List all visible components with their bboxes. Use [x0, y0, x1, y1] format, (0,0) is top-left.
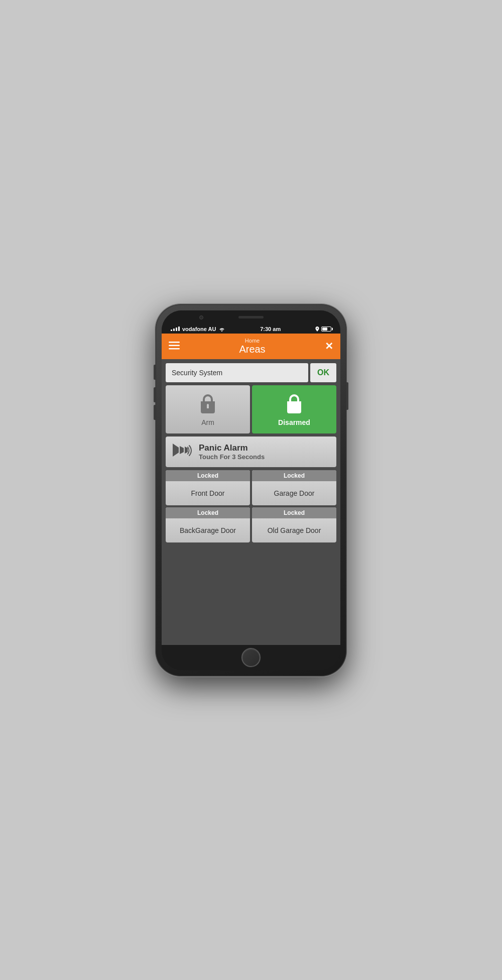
garage-door-card[interactable]: Locked Garage Door [252, 470, 336, 505]
disarmed-lock-icon [285, 392, 303, 415]
garage-door-name: Garage Door [252, 481, 336, 505]
main-content: Security System OK Arm [162, 359, 340, 645]
door-grid: Locked Front Door Locked Garage Door Loc… [166, 470, 336, 542]
back-garage-door-card[interactable]: Locked BackGarage Door [166, 507, 250, 542]
old-garage-door-name: Old Garage Door [252, 518, 336, 542]
arm-lock-icon [199, 392, 217, 415]
disarmed-button-label: Disarmed [278, 418, 310, 426]
signal-bars-icon [171, 326, 180, 331]
security-system-label: Security System [166, 363, 308, 382]
home-button[interactable] [241, 648, 261, 667]
panic-alarm-button[interactable]: Panic Alarm Touch For 3 Seconds [166, 437, 336, 467]
status-left: vodafone AU [171, 326, 225, 332]
app-header: Home Areas ✕ [162, 334, 340, 359]
arm-disarm-row: Arm Disarmed [166, 385, 336, 433]
close-icon[interactable]: ✕ [325, 340, 333, 352]
signal-bar-1 [171, 330, 172, 331]
phone-device: vodafone AU 7:30 am [156, 304, 346, 676]
arm-button-label: Arm [201, 418, 214, 426]
svg-rect-1 [169, 345, 180, 346]
garage-door-status: Locked [252, 470, 336, 481]
location-icon [315, 326, 319, 332]
header-subtitle: Home [239, 338, 265, 344]
arm-button[interactable]: Arm [166, 385, 250, 433]
old-garage-door-card[interactable]: Locked Old Garage Door [252, 507, 336, 542]
old-garage-door-status: Locked [252, 507, 336, 518]
back-garage-door-name: BackGarage Door [166, 518, 250, 542]
header-title: Areas [239, 344, 265, 355]
front-door-status: Locked [166, 470, 250, 481]
status-time: 7:30 am [260, 326, 281, 332]
back-garage-door-status: Locked [166, 507, 250, 518]
front-door-name: Front Door [166, 481, 250, 505]
phone-speaker [162, 310, 340, 324]
status-right [315, 326, 331, 332]
phone-bottom [162, 645, 340, 670]
panic-text-block: Panic Alarm Touch For 3 Seconds [199, 443, 265, 461]
header-title-block: Home Areas [239, 338, 265, 355]
panic-alarm-icon [173, 442, 192, 462]
panic-alarm-subtitle: Touch For 3 Seconds [199, 453, 265, 461]
phone-camera [199, 315, 203, 319]
wifi-icon [218, 326, 225, 332]
signal-bar-4 [178, 326, 180, 331]
panic-alarm-title: Panic Alarm [199, 443, 265, 453]
battery-fill [322, 328, 327, 331]
carrier-label: vodafone AU [182, 326, 216, 332]
signal-bar-2 [173, 329, 175, 331]
hamburger-menu-icon[interactable] [169, 342, 180, 351]
bottom-spacer [166, 546, 336, 641]
disarmed-button[interactable]: Disarmed [252, 385, 336, 433]
svg-rect-2 [169, 348, 180, 350]
security-system-row: Security System OK [166, 363, 336, 382]
svg-rect-0 [169, 342, 180, 343]
front-door-card[interactable]: Locked Front Door [166, 470, 250, 505]
status-bar: vodafone AU 7:30 am [162, 324, 340, 334]
phone-screen: vodafone AU 7:30 am [162, 310, 340, 670]
ok-button[interactable]: OK [310, 363, 336, 382]
signal-bar-3 [176, 328, 177, 331]
battery-icon [321, 326, 331, 332]
svg-rect-4 [294, 406, 295, 409]
